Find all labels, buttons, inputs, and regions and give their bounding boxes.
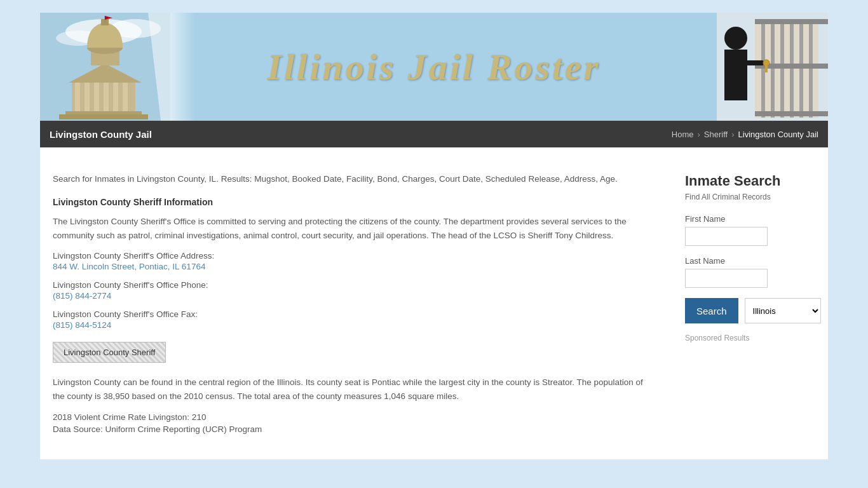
breadcrumb-current: Livingston County Jail	[738, 130, 818, 139]
last-name-label: Last Name	[685, 256, 818, 266]
first-name-input[interactable]	[685, 227, 768, 246]
header-divider	[170, 13, 196, 121]
svg-rect-10	[123, 79, 128, 114]
sidebar-subtitle: Find All Criminal Records	[685, 193, 818, 201]
crime-rate: 2018 Violent Crime Rate Livingston: 210	[53, 412, 644, 422]
state-select[interactable]: IllinoisAlabamaAlaskaArizonaArkansasCali…	[745, 298, 821, 323]
navbar: Livingston County Jail Home › Sheriff › …	[40, 121, 828, 147]
svg-rect-33	[745, 60, 764, 65]
county-paragraph: Livingston County can be found in the ce…	[53, 376, 644, 403]
first-name-group: First Name	[685, 214, 818, 246]
breadcrumb-home[interactable]: Home	[672, 130, 694, 139]
first-name-label: First Name	[685, 214, 818, 224]
phone-value: (815) 844-2774	[53, 291, 644, 301]
svg-rect-29	[755, 19, 828, 24]
fax-value: (815) 844-5124	[53, 320, 644, 330]
svg-rect-5	[75, 79, 80, 114]
address-label: Livingston County Sheriff's Office Addre…	[53, 251, 644, 261]
site-title: Illinois Jail Roster	[268, 46, 601, 88]
svg-rect-9	[113, 79, 118, 114]
svg-rect-30	[755, 111, 828, 116]
search-button[interactable]: Search	[685, 298, 738, 323]
sidebar-title: Inmate Search	[685, 173, 818, 189]
svg-rect-18	[59, 114, 148, 119]
svg-rect-8	[104, 79, 109, 114]
page-title: Livingston County Jail	[50, 129, 152, 140]
search-row: Search IllinoisAlabamaAlaskaArizonaArkan…	[685, 298, 818, 323]
svg-rect-6	[85, 79, 90, 114]
content-area: Search for Inmates in Livingston County,…	[40, 160, 656, 447]
section-heading: Livingston County Sheriff Information	[53, 197, 644, 207]
main-wrapper: Search for Inmates in Livingston County,…	[40, 147, 828, 459]
last-name-input[interactable]	[685, 269, 768, 288]
last-name-group: Last Name	[685, 256, 818, 288]
sheriff-button[interactable]: Livingston County Sheriff	[53, 342, 166, 363]
sponsored-label: Sponsored Results	[685, 334, 818, 342]
header: Illinois Jail Roster	[40, 13, 828, 121]
intro-paragraph: Search for Inmates in Livingston County,…	[53, 173, 644, 186]
sidebar: Inmate Search Find All Criminal Records …	[675, 160, 828, 447]
header-left-image	[40, 13, 170, 121]
breadcrumb: Home › Sheriff › Livingston County Jail	[672, 130, 818, 139]
breadcrumb-separator-1: ›	[698, 130, 700, 139]
phone-label: Livingston County Sheriff's Office Phone…	[53, 280, 644, 290]
breadcrumb-separator-2: ›	[731, 130, 734, 139]
svg-rect-35	[765, 65, 768, 72]
fax-label: Livingston County Sheriff's Office Fax:	[53, 309, 644, 319]
svg-rect-32	[724, 50, 747, 100]
header-right-image	[717, 13, 828, 121]
data-source: Data Source: Uniform Crime Reporting (UC…	[53, 424, 644, 434]
breadcrumb-sheriff[interactable]: Sheriff	[704, 130, 728, 139]
address-value: 844 W. Lincoln Street, Pontiac, IL 61764	[53, 262, 644, 271]
svg-point-31	[724, 27, 747, 50]
svg-rect-7	[94, 79, 99, 114]
body-paragraph-1: The Livingston County Sheriff's Office i…	[53, 215, 644, 242]
